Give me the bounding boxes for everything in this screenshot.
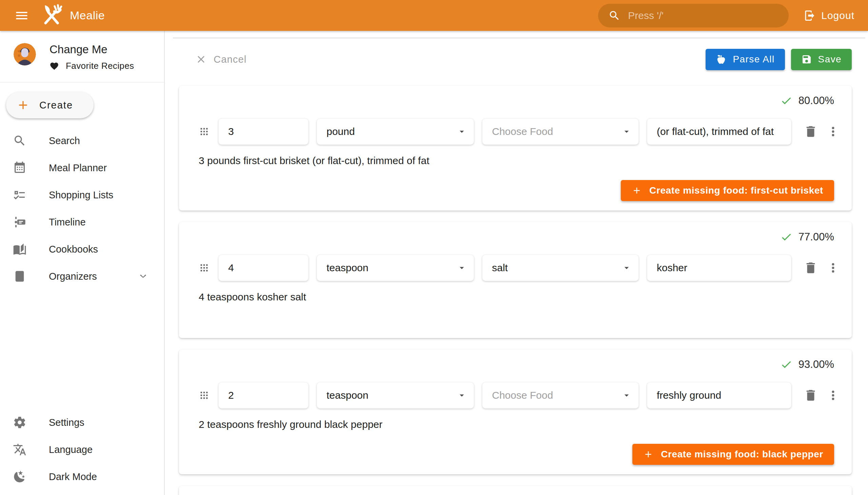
sidebar-item-settings[interactable]: Settings <box>0 409 164 436</box>
mealie-logo-icon <box>39 2 65 29</box>
avatar[interactable] <box>14 43 36 65</box>
moon-stars-icon <box>13 470 27 483</box>
delete-button[interactable] <box>804 261 818 275</box>
chevron-down-icon[interactable] <box>137 270 149 283</box>
parse-all-label: Parse All <box>733 54 775 65</box>
confidence-value: 77.00% <box>799 231 834 243</box>
apple-icon <box>716 54 727 65</box>
ingredient-parser-view: Cancel Parse All Save 80.00% <box>165 31 868 495</box>
sidebar-item-cookbooks[interactable]: Cookbooks <box>0 236 164 263</box>
original-ingredient-text: 3 pounds first-cut brisket (or flat-cut)… <box>199 155 852 168</box>
open-book-icon <box>13 242 27 256</box>
kebab-menu-icon <box>826 261 840 275</box>
save-label: Save <box>818 54 841 65</box>
profile-section[interactable]: Change Me Favorite Recipes <box>0 31 164 71</box>
sidebar-item-organizers[interactable]: Organizers <box>0 263 164 290</box>
confidence-value: 93.00% <box>799 358 834 371</box>
trash-icon <box>804 261 818 275</box>
cancel-label: Cancel <box>214 54 246 65</box>
original-ingredient-text: 4 teaspoons kosher salt <box>199 291 852 304</box>
logout-label: Logout <box>821 10 854 21</box>
sidebar-item-meal-planner[interactable]: Meal Planner <box>0 154 164 182</box>
dropdown-arrow-icon <box>622 390 632 400</box>
note-input[interactable] <box>647 382 792 409</box>
food-select[interactable]: Choose Food <box>482 382 639 409</box>
quantity-input[interactable] <box>218 382 309 409</box>
app-title: Mealie <box>70 9 105 22</box>
search-placeholder: Press '/' <box>628 10 664 21</box>
confidence-indicator: 93.00% <box>179 349 852 371</box>
create-button[interactable]: Create <box>6 92 93 118</box>
cancel-button[interactable]: Cancel <box>179 54 246 65</box>
sidebar-divider <box>0 82 164 82</box>
sidebar-item-timeline[interactable]: Timeline <box>0 208 164 236</box>
drag-handle[interactable] <box>198 389 210 402</box>
logout-icon <box>804 10 816 22</box>
gear-icon <box>13 416 27 429</box>
logout-button[interactable]: Logout <box>799 10 859 22</box>
create-missing-food-button[interactable]: Create missing food: first-cut brisket <box>621 180 834 201</box>
delete-button[interactable] <box>804 388 818 403</box>
unit-select[interactable]: teaspoon <box>317 382 474 409</box>
dropdown-arrow-icon <box>457 126 467 137</box>
save-icon <box>801 54 812 65</box>
create-missing-food-button[interactable]: Create missing food: black pepper <box>632 444 834 465</box>
ingredient-card: 93.00% teaspoon Choose Food 2 teaspoons … <box>179 349 852 474</box>
sidebar-nav: Search Meal Planner Shopping Lists Timel… <box>0 127 164 290</box>
kebab-menu-icon <box>826 124 840 139</box>
food-select[interactable]: Choose Food <box>482 118 639 145</box>
plus-icon <box>643 449 653 459</box>
confidence-value: 80.00% <box>799 95 834 107</box>
plus-icon <box>632 186 642 195</box>
favorite-recipes-link[interactable]: Favorite Recipes <box>50 61 134 71</box>
check-icon <box>780 358 793 371</box>
checklist-icon <box>13 188 27 202</box>
user-name: Change Me <box>50 43 134 56</box>
kebab-menu-icon <box>826 388 840 403</box>
confidence-indicator: 77.00% <box>179 222 852 243</box>
food-select[interactable]: salt <box>482 255 639 281</box>
create-missing-food-label: Create missing food: black pepper <box>661 449 823 460</box>
create-missing-food-label: Create missing food: first-cut brisket <box>649 185 823 196</box>
dropdown-arrow-icon <box>457 263 467 273</box>
drag-handle[interactable] <box>198 125 210 138</box>
trash-icon <box>804 388 818 403</box>
more-options-button[interactable] <box>826 388 840 403</box>
ingredient-card: 80.00% pound Choose Food 3 pounds first-… <box>179 86 852 210</box>
sidebar-item-shopping-lists[interactable]: Shopping Lists <box>0 182 164 208</box>
confidence-indicator: 80.00% <box>179 86 852 107</box>
global-search-input[interactable]: Press '/' <box>598 4 789 28</box>
hamburger-menu-icon <box>14 8 29 23</box>
more-options-button[interactable] <box>826 261 840 275</box>
parser-toolbar: Cancel Parse All Save <box>179 46 852 73</box>
menu-button[interactable] <box>12 6 31 25</box>
parse-all-button[interactable]: Parse All <box>705 49 785 70</box>
more-options-button[interactable] <box>826 124 840 139</box>
dropdown-arrow-icon <box>457 390 467 400</box>
create-button-label: Create <box>39 100 73 111</box>
quantity-input[interactable] <box>218 118 309 145</box>
calendar-icon <box>13 161 27 175</box>
note-input[interactable] <box>647 118 792 145</box>
close-icon <box>195 54 207 65</box>
dropdown-arrow-icon <box>622 263 632 273</box>
check-icon <box>780 231 793 243</box>
heart-icon <box>50 62 59 71</box>
sidebar-footer-nav: Settings Language Dark Mode <box>0 409 164 490</box>
sidebar-item-search[interactable]: Search <box>0 127 164 154</box>
note-input[interactable] <box>647 255 792 281</box>
ingredient-card-partial <box>179 486 852 495</box>
ingredient-card: 77.00% teaspoon salt 4 teaspoons kosher … <box>179 222 852 338</box>
save-button[interactable]: Save <box>791 49 852 70</box>
sidebar-item-language[interactable]: Language <box>0 436 164 463</box>
drag-handle[interactable] <box>198 262 210 274</box>
content-top-divider <box>173 38 865 38</box>
delete-button[interactable] <box>804 124 818 139</box>
unit-select[interactable]: teaspoon <box>317 255 474 281</box>
quantity-input[interactable] <box>218 255 309 281</box>
sidebar-item-dark-mode[interactable]: Dark Mode <box>0 463 164 490</box>
dropdown-arrow-icon <box>622 126 632 137</box>
unit-select[interactable]: pound <box>317 118 474 145</box>
check-icon <box>780 95 793 107</box>
search-icon <box>608 10 620 22</box>
